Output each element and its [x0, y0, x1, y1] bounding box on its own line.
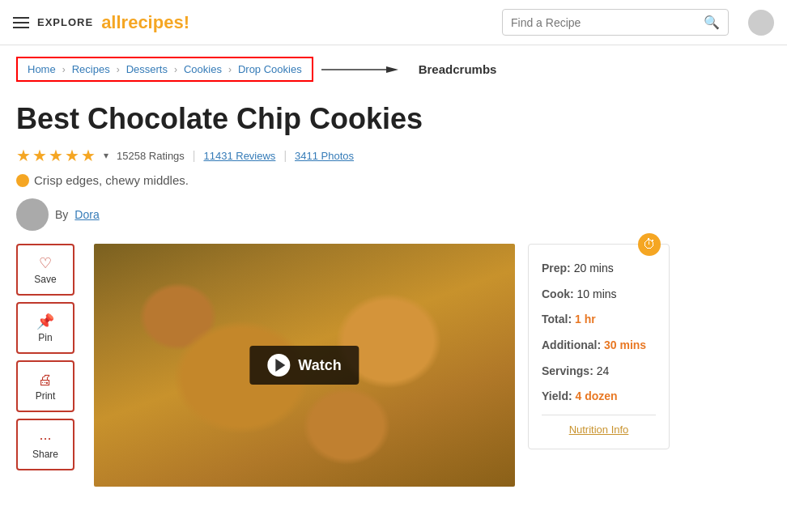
print-label: Print — [36, 390, 56, 402]
logo-text: allrecipes — [101, 12, 184, 32]
save-label: Save — [34, 274, 56, 285]
star-1: ★ — [16, 146, 31, 165]
breadcrumb-sep-3: › — [174, 64, 177, 75]
star-rating: ★ ★ ★ ★ ★ — [16, 146, 96, 165]
author-avatar — [16, 198, 49, 231]
prep-value: 20 mins — [574, 262, 614, 275]
search-bar[interactable]: 🔍 — [502, 9, 729, 36]
pin-button[interactable]: 📌 Pin — [16, 302, 74, 354]
servings-label: Servings: — [542, 364, 593, 377]
recipe-image: Watch — [94, 244, 515, 487]
star-5-half: ★ — [81, 146, 96, 165]
share-icon: ··· — [39, 430, 51, 447]
share-label: Share — [32, 449, 58, 460]
timer-icon: ⏱ — [638, 233, 661, 256]
breadcrumb-arrow — [321, 62, 402, 78]
explore-label: EXPLORE — [37, 16, 93, 28]
pin-label: Pin — [38, 332, 52, 343]
star-2: ★ — [32, 146, 47, 165]
user-avatar-header[interactable] — [748, 10, 774, 36]
breadcrumb-label: Breadcrumbs — [419, 62, 497, 76]
star-3: ★ — [49, 146, 63, 165]
heart-icon: ♡ — [39, 254, 52, 272]
yield-label: Yield: — [542, 389, 572, 402]
recipe-title: Best Chocolate Chip Cookies — [16, 101, 771, 136]
rating-count: 15258 Ratings — [117, 150, 185, 162]
desc-text: Crisp edges, chewy middles. — [34, 173, 189, 187]
search-input[interactable] — [511, 16, 704, 29]
photos-link[interactable]: 3411 Photos — [295, 150, 354, 162]
main-content: Best Chocolate Chip Cookies ★ ★ ★ ★ ★ ▾ … — [0, 93, 787, 503]
yield-value: 4 dozen — [576, 389, 618, 402]
servings-value: 24 — [597, 364, 610, 377]
cook-row: Cook: 10 mins — [542, 287, 656, 303]
save-button[interactable]: ♡ Save — [16, 244, 74, 296]
desc-dot — [16, 174, 29, 187]
pin-icon: 📌 — [36, 313, 54, 330]
print-button[interactable]: 🖨 Print — [16, 360, 74, 412]
action-buttons: ♡ Save 📌 Pin 🖨 Print ··· Share — [16, 244, 81, 470]
divider-2: | — [283, 149, 287, 162]
cook-label: Cook: — [542, 287, 574, 300]
breadcrumb-sep-4: › — [228, 64, 232, 75]
info-card: ⏱ Prep: 20 mins Cook: 10 mins Total: 1 h… — [528, 244, 670, 449]
total-row: Total: 1 hr — [542, 312, 656, 328]
recipe-description: Crisp edges, chewy middles. — [16, 173, 771, 187]
author-by: By — [55, 208, 68, 221]
site-logo[interactable]: allrecipes! — [101, 12, 189, 33]
breadcrumb-desserts[interactable]: Desserts — [126, 63, 168, 75]
star-4: ★ — [65, 146, 79, 165]
prep-label: Prep: — [542, 262, 571, 275]
reviews-link[interactable]: 11431 Reviews — [203, 150, 275, 162]
breadcrumb-sep-2: › — [117, 64, 120, 75]
search-icon: 🔍 — [704, 15, 720, 30]
play-icon — [275, 359, 285, 372]
yield-row: Yield: 4 dozen — [542, 389, 656, 405]
additional-row: Additional: 30 mins — [542, 338, 656, 354]
author-link[interactable]: Dora — [74, 208, 99, 221]
total-value: 1 hr — [575, 313, 596, 326]
prep-row: Prep: 20 mins — [542, 261, 656, 277]
servings-row: Servings: 24 — [542, 364, 656, 380]
breadcrumb-cookies[interactable]: Cookies — [184, 63, 222, 75]
breadcrumb: Home › Recipes › Desserts › Cookies › Dr… — [16, 57, 313, 82]
breadcrumb-home[interactable]: Home — [28, 63, 56, 75]
nutrition-link[interactable]: Nutrition Info — [542, 415, 656, 436]
logo-exclamation: ! — [184, 12, 189, 32]
site-header: EXPLORE allrecipes! 🔍 — [0, 0, 787, 45]
rating-dropdown[interactable]: ▾ — [104, 150, 108, 161]
divider-1: | — [193, 149, 196, 162]
watch-button[interactable]: Watch — [249, 346, 359, 385]
share-button[interactable]: ··· Share — [16, 419, 74, 470]
svg-marker-1 — [386, 66, 398, 73]
header-left: EXPLORE allrecipes! — [13, 12, 189, 33]
additional-value: 30 mins — [604, 338, 646, 351]
additional-label: Additional: — [542, 338, 601, 351]
breadcrumb-sep-1: › — [62, 64, 66, 75]
breadcrumb-section: Home › Recipes › Desserts › Cookies › Dr… — [0, 45, 787, 93]
cook-value: 10 mins — [577, 287, 617, 300]
play-circle — [267, 354, 290, 377]
total-label: Total: — [542, 313, 572, 326]
content-row: ♡ Save 📌 Pin 🖨 Print ··· Share — [16, 244, 771, 487]
author-row: By Dora — [16, 198, 771, 231]
watch-label: Watch — [298, 357, 341, 374]
menu-button[interactable] — [13, 17, 29, 28]
print-icon: 🖨 — [38, 372, 53, 389]
breadcrumb-recipes[interactable]: Recipes — [72, 63, 110, 75]
breadcrumb-current: Drop Cookies — [238, 63, 302, 75]
rating-row: ★ ★ ★ ★ ★ ▾ 15258 Ratings | 11431 Review… — [16, 146, 771, 165]
